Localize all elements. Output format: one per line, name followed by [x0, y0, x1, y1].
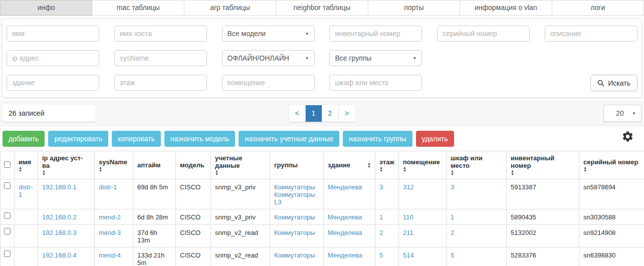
settings-button[interactable] — [621, 130, 634, 143]
building-link[interactable]: Менделева — [328, 229, 362, 236]
sort-icon[interactable]: ▲▼ — [42, 170, 46, 176]
cell-building: Менделева — [324, 247, 375, 266]
column-label-model: модель — [180, 161, 204, 169]
column-header-ip[interactable]: ip адрес уст-ва▲▼ — [38, 151, 95, 179]
search-button[interactable]: Искать — [590, 75, 637, 91]
pagination-page-2[interactable]: 2 — [322, 105, 339, 122]
status-select[interactable]: ОФЛАЙН/ОНЛАЙН▼ — [222, 50, 315, 66]
tab-1[interactable]: mac таблицы — [92, 0, 184, 16]
name-field[interactable] — [7, 26, 99, 42]
place-link[interactable]: 1 — [451, 213, 454, 221]
place-link[interactable]: 5 — [451, 251, 454, 259]
floor-link[interactable]: 2 — [379, 229, 383, 236]
select-all-checkbox[interactable] — [4, 161, 11, 168]
row-checkbox[interactable] — [4, 250, 11, 257]
column-header-room[interactable]: помещение▲▼ — [399, 151, 447, 179]
cabinet-field[interactable] — [329, 75, 422, 91]
pagination-page-1[interactable]: 1 — [306, 105, 322, 122]
column-header-place[interactable]: шкаф или место▲▼ — [447, 151, 507, 179]
tab-6[interactable]: логи — [552, 0, 644, 16]
description-field[interactable] — [545, 26, 637, 42]
group-link[interactable]: Коммутаторы L3 — [274, 191, 319, 206]
sysName-link[interactable]: mend-2 — [99, 213, 121, 221]
room-field[interactable] — [222, 75, 315, 91]
sort-icon[interactable]: ▲▼ — [215, 170, 219, 176]
row-checkbox[interactable] — [4, 228, 11, 234]
ip-link[interactable]: 192.168.0.4 — [42, 251, 77, 259]
inventory-number-field[interactable] — [329, 26, 422, 42]
pagination-next[interactable]: > — [339, 105, 355, 122]
tab-3[interactable]: neighbor таблицы — [276, 0, 368, 16]
room-link[interactable]: 514 — [403, 251, 414, 259]
cell-floor: 5 — [375, 247, 399, 266]
building-link[interactable]: Менделева — [328, 251, 362, 259]
group-link[interactable]: Коммутаторы — [274, 213, 319, 221]
group-link[interactable]: Коммутаторы — [274, 229, 319, 236]
sort-icon[interactable]: ▲▼ — [403, 166, 406, 172]
sort-icon[interactable]: ▲▼ — [367, 162, 371, 168]
pagination-prev[interactable]: < — [289, 105, 306, 122]
tab-info[interactable]: инфо — [0, 0, 92, 16]
delete-button[interactable]: удалить — [416, 131, 454, 147]
column-header-inventory[interactable]: инвентарный номер▲▼ — [507, 151, 579, 179]
place-link[interactable]: 2 — [451, 229, 454, 236]
column-header-sysName[interactable]: sysName▲▼ — [95, 151, 133, 179]
assign-credentials-button[interactable]: назначить учетные данные — [239, 131, 339, 147]
column-header-building[interactable]: здание▲▼ — [324, 151, 375, 179]
sysName-link[interactable]: mend-4 — [99, 251, 121, 259]
ip-address-field[interactable] — [7, 50, 99, 66]
column-header-name[interactable]: имя▲▼ — [15, 151, 38, 179]
sysname-field[interactable] — [114, 50, 207, 66]
serial-number-field[interactable] — [437, 26, 530, 42]
building-link[interactable]: Менделева — [328, 183, 362, 191]
cell-serial: sn6398830 — [579, 247, 644, 266]
group-link[interactable]: Коммутаторы — [274, 251, 319, 259]
ip-link[interactable]: 192.168.0.3 — [42, 229, 77, 236]
floor-field[interactable] — [114, 75, 207, 91]
room-link[interactable]: 110 — [403, 213, 413, 221]
cell-inventory: 5890435 — [507, 209, 579, 225]
room-link[interactable]: 211 — [403, 229, 413, 236]
copy-button[interactable]: копировать — [112, 131, 161, 147]
page-size-select[interactable]: 20 ▼ — [603, 105, 641, 122]
search-icon — [597, 80, 604, 87]
sort-icon[interactable]: ▲▼ — [379, 166, 383, 172]
floor-link[interactable]: 5 — [379, 251, 383, 259]
row-checkbox[interactable] — [4, 212, 11, 219]
sort-icon[interactable]: ▲▼ — [511, 170, 514, 176]
cell-uptime: 37d 6h 13m — [133, 225, 176, 247]
cell-place: 2 — [447, 225, 507, 247]
floor-link[interactable]: 3 — [379, 183, 383, 191]
model-select[interactable]: Все модели▼ — [222, 26, 315, 42]
hostname-field[interactable] — [114, 26, 207, 42]
building-link[interactable]: Менделева — [328, 213, 362, 221]
tab-2[interactable]: arp таблицы — [184, 0, 276, 16]
tab-5[interactable]: информация о vlan — [460, 0, 552, 16]
cell-sysName: mend-4 — [95, 247, 133, 266]
assign-model-button[interactable]: назначить модель — [164, 131, 236, 147]
floor-link[interactable]: 1 — [379, 213, 383, 221]
sort-icon[interactable]: ▲▼ — [583, 166, 587, 172]
column-header-serial[interactable]: серийный номер▲▼ — [579, 151, 644, 179]
ip-link[interactable]: 192.168.0.2 — [42, 213, 77, 221]
tab-4[interactable]: порты — [368, 0, 460, 16]
sort-icon[interactable]: ▲▼ — [451, 170, 454, 176]
chevron-down-icon: ▼ — [412, 56, 416, 61]
ip-link[interactable]: 192.168.0.1 — [42, 183, 77, 191]
groups-select[interactable]: Все группы▼ — [329, 50, 422, 66]
sort-icon[interactable]: ▲▼ — [99, 166, 102, 172]
sysName-link[interactable]: distr-1 — [99, 183, 117, 191]
place-link[interactable]: 3 — [451, 183, 454, 191]
group-link[interactable]: Коммутаторы — [274, 183, 319, 191]
row-checkbox[interactable] — [4, 182, 11, 189]
name-link[interactable]: distr-1 — [19, 183, 33, 198]
column-header-floor[interactable]: этаж▲▼ — [375, 151, 399, 179]
building-field[interactable] — [7, 75, 99, 91]
column-header-credentials[interactable]: учетные данные▲▼ — [211, 151, 270, 179]
edit-button[interactable]: редактировать — [48, 131, 108, 147]
sort-icon[interactable]: ▲▼ — [19, 166, 22, 172]
assign-groups-button[interactable]: назначить группы — [343, 131, 412, 147]
room-link[interactable]: 312 — [403, 183, 414, 191]
sysName-link[interactable]: mend-3 — [99, 229, 121, 236]
add-button[interactable]: добавить — [3, 131, 45, 147]
